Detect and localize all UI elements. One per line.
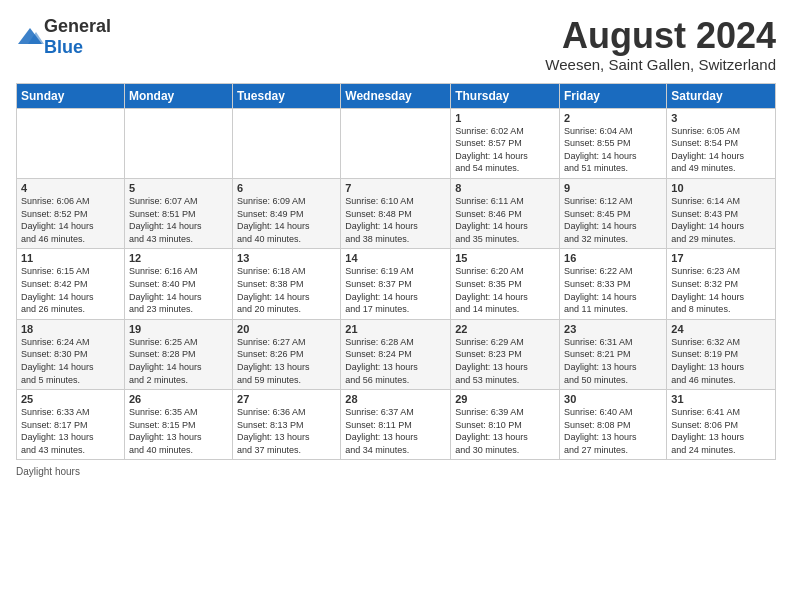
day-number: 3	[671, 112, 771, 124]
calendar-cell: 7Sunrise: 6:10 AM Sunset: 8:48 PM Daylig…	[341, 178, 451, 248]
day-info: Sunrise: 6:18 AM Sunset: 8:38 PM Dayligh…	[237, 265, 336, 315]
day-number: 11	[21, 252, 120, 264]
header: General Blue August 2024 Weesen, Saint G…	[16, 16, 776, 73]
calendar-cell: 4Sunrise: 6:06 AM Sunset: 8:52 PM Daylig…	[17, 178, 125, 248]
calendar-cell	[341, 108, 451, 178]
day-number: 26	[129, 393, 228, 405]
calendar-cell	[233, 108, 341, 178]
day-info: Sunrise: 6:24 AM Sunset: 8:30 PM Dayligh…	[21, 336, 120, 386]
calendar-cell: 2Sunrise: 6:04 AM Sunset: 8:55 PM Daylig…	[560, 108, 667, 178]
calendar-cell: 25Sunrise: 6:33 AM Sunset: 8:17 PM Dayli…	[17, 390, 125, 460]
day-info: Sunrise: 6:12 AM Sunset: 8:45 PM Dayligh…	[564, 195, 662, 245]
logo-text-general: General	[44, 16, 111, 36]
day-number: 1	[455, 112, 555, 124]
calendar-cell: 15Sunrise: 6:20 AM Sunset: 8:35 PM Dayli…	[451, 249, 560, 319]
day-info: Sunrise: 6:39 AM Sunset: 8:10 PM Dayligh…	[455, 406, 555, 456]
calendar-cell: 6Sunrise: 6:09 AM Sunset: 8:49 PM Daylig…	[233, 178, 341, 248]
title-block: August 2024 Weesen, Saint Gallen, Switze…	[545, 16, 776, 73]
day-number: 25	[21, 393, 120, 405]
weekday-header-thursday: Thursday	[451, 83, 560, 108]
day-number: 24	[671, 323, 771, 335]
day-number: 16	[564, 252, 662, 264]
day-info: Sunrise: 6:36 AM Sunset: 8:13 PM Dayligh…	[237, 406, 336, 456]
day-info: Sunrise: 6:28 AM Sunset: 8:24 PM Dayligh…	[345, 336, 446, 386]
calendar-cell	[124, 108, 232, 178]
calendar-cell: 30Sunrise: 6:40 AM Sunset: 8:08 PM Dayli…	[560, 390, 667, 460]
day-number: 2	[564, 112, 662, 124]
day-info: Sunrise: 6:33 AM Sunset: 8:17 PM Dayligh…	[21, 406, 120, 456]
day-info: Sunrise: 6:29 AM Sunset: 8:23 PM Dayligh…	[455, 336, 555, 386]
day-info: Sunrise: 6:41 AM Sunset: 8:06 PM Dayligh…	[671, 406, 771, 456]
week-row-2: 4Sunrise: 6:06 AM Sunset: 8:52 PM Daylig…	[17, 178, 776, 248]
weekday-header-monday: Monday	[124, 83, 232, 108]
day-info: Sunrise: 6:25 AM Sunset: 8:28 PM Dayligh…	[129, 336, 228, 386]
calendar-cell: 22Sunrise: 6:29 AM Sunset: 8:23 PM Dayli…	[451, 319, 560, 389]
week-row-4: 18Sunrise: 6:24 AM Sunset: 8:30 PM Dayli…	[17, 319, 776, 389]
day-number: 31	[671, 393, 771, 405]
logo-icon	[16, 26, 44, 48]
weekday-header-sunday: Sunday	[17, 83, 125, 108]
day-number: 20	[237, 323, 336, 335]
day-info: Sunrise: 6:10 AM Sunset: 8:48 PM Dayligh…	[345, 195, 446, 245]
day-info: Sunrise: 6:31 AM Sunset: 8:21 PM Dayligh…	[564, 336, 662, 386]
day-number: 5	[129, 182, 228, 194]
calendar-cell: 12Sunrise: 6:16 AM Sunset: 8:40 PM Dayli…	[124, 249, 232, 319]
calendar-cell: 10Sunrise: 6:14 AM Sunset: 8:43 PM Dayli…	[667, 178, 776, 248]
day-info: Sunrise: 6:06 AM Sunset: 8:52 PM Dayligh…	[21, 195, 120, 245]
day-info: Sunrise: 6:27 AM Sunset: 8:26 PM Dayligh…	[237, 336, 336, 386]
day-number: 23	[564, 323, 662, 335]
calendar-cell: 29Sunrise: 6:39 AM Sunset: 8:10 PM Dayli…	[451, 390, 560, 460]
calendar-cell: 3Sunrise: 6:05 AM Sunset: 8:54 PM Daylig…	[667, 108, 776, 178]
day-number: 18	[21, 323, 120, 335]
day-info: Sunrise: 6:05 AM Sunset: 8:54 PM Dayligh…	[671, 125, 771, 175]
calendar-cell: 18Sunrise: 6:24 AM Sunset: 8:30 PM Dayli…	[17, 319, 125, 389]
calendar-cell: 14Sunrise: 6:19 AM Sunset: 8:37 PM Dayli…	[341, 249, 451, 319]
day-info: Sunrise: 6:40 AM Sunset: 8:08 PM Dayligh…	[564, 406, 662, 456]
day-info: Sunrise: 6:09 AM Sunset: 8:49 PM Dayligh…	[237, 195, 336, 245]
day-number: 27	[237, 393, 336, 405]
weekday-header-tuesday: Tuesday	[233, 83, 341, 108]
day-info: Sunrise: 6:15 AM Sunset: 8:42 PM Dayligh…	[21, 265, 120, 315]
day-number: 10	[671, 182, 771, 194]
week-row-5: 25Sunrise: 6:33 AM Sunset: 8:17 PM Dayli…	[17, 390, 776, 460]
week-row-1: 1Sunrise: 6:02 AM Sunset: 8:57 PM Daylig…	[17, 108, 776, 178]
day-number: 30	[564, 393, 662, 405]
calendar-cell: 24Sunrise: 6:32 AM Sunset: 8:19 PM Dayli…	[667, 319, 776, 389]
calendar-cell: 16Sunrise: 6:22 AM Sunset: 8:33 PM Dayli…	[560, 249, 667, 319]
day-info: Sunrise: 6:11 AM Sunset: 8:46 PM Dayligh…	[455, 195, 555, 245]
weekday-header-row: SundayMondayTuesdayWednesdayThursdayFrid…	[17, 83, 776, 108]
calendar-cell: 31Sunrise: 6:41 AM Sunset: 8:06 PM Dayli…	[667, 390, 776, 460]
day-info: Sunrise: 6:02 AM Sunset: 8:57 PM Dayligh…	[455, 125, 555, 175]
week-row-3: 11Sunrise: 6:15 AM Sunset: 8:42 PM Dayli…	[17, 249, 776, 319]
day-info: Sunrise: 6:37 AM Sunset: 8:11 PM Dayligh…	[345, 406, 446, 456]
day-info: Sunrise: 6:04 AM Sunset: 8:55 PM Dayligh…	[564, 125, 662, 175]
weekday-header-wednesday: Wednesday	[341, 83, 451, 108]
calendar-cell: 17Sunrise: 6:23 AM Sunset: 8:32 PM Dayli…	[667, 249, 776, 319]
calendar-cell: 8Sunrise: 6:11 AM Sunset: 8:46 PM Daylig…	[451, 178, 560, 248]
calendar-cell: 26Sunrise: 6:35 AM Sunset: 8:15 PM Dayli…	[124, 390, 232, 460]
calendar-cell: 9Sunrise: 6:12 AM Sunset: 8:45 PM Daylig…	[560, 178, 667, 248]
day-number: 6	[237, 182, 336, 194]
day-info: Sunrise: 6:16 AM Sunset: 8:40 PM Dayligh…	[129, 265, 228, 315]
day-number: 22	[455, 323, 555, 335]
day-number: 12	[129, 252, 228, 264]
day-number: 8	[455, 182, 555, 194]
calendar-cell: 27Sunrise: 6:36 AM Sunset: 8:13 PM Dayli…	[233, 390, 341, 460]
day-info: Sunrise: 6:32 AM Sunset: 8:19 PM Dayligh…	[671, 336, 771, 386]
cal-title: August 2024	[545, 16, 776, 56]
day-number: 4	[21, 182, 120, 194]
day-number: 29	[455, 393, 555, 405]
cal-subtitle: Weesen, Saint Gallen, Switzerland	[545, 56, 776, 73]
day-number: 19	[129, 323, 228, 335]
calendar-cell: 21Sunrise: 6:28 AM Sunset: 8:24 PM Dayli…	[341, 319, 451, 389]
day-number: 13	[237, 252, 336, 264]
calendar-cell: 19Sunrise: 6:25 AM Sunset: 8:28 PM Dayli…	[124, 319, 232, 389]
calendar-cell	[17, 108, 125, 178]
day-number: 15	[455, 252, 555, 264]
calendar-cell: 11Sunrise: 6:15 AM Sunset: 8:42 PM Dayli…	[17, 249, 125, 319]
day-info: Sunrise: 6:19 AM Sunset: 8:37 PM Dayligh…	[345, 265, 446, 315]
day-info: Sunrise: 6:22 AM Sunset: 8:33 PM Dayligh…	[564, 265, 662, 315]
day-info: Sunrise: 6:14 AM Sunset: 8:43 PM Dayligh…	[671, 195, 771, 245]
day-number: 9	[564, 182, 662, 194]
calendar-cell: 13Sunrise: 6:18 AM Sunset: 8:38 PM Dayli…	[233, 249, 341, 319]
